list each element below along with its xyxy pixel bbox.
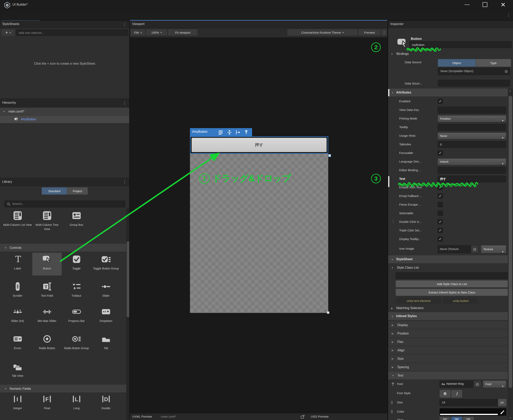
inlined-position-foldout[interactable]: ▶Position [388,330,508,338]
data-source-type-toggle[interactable]: Type [476,59,511,67]
open-external-icon[interactable] [301,415,305,419]
align-right-button[interactable] [463,417,474,420]
preview-toggle-button[interactable]: Preview [358,29,381,36]
library-tab-standard[interactable]: Standard [42,187,67,195]
align-left-button[interactable] [439,417,451,420]
close-icon[interactable]: ✕ [501,1,505,8]
library-item-tab-view[interactable]: Tab View [3,361,32,378]
library-item-enum[interactable]: Enum [3,334,32,350]
library-item-double[interactable]: D Double [91,394,121,410]
library-search-field[interactable]: Search... [4,201,125,207]
uxml-preview-label[interactable]: UXML Preview [132,415,152,418]
library-item-toggle-button-group[interactable]: Toggle Button Group [91,254,121,271]
library-item-foldout[interactable]: Foldout [62,281,91,298]
object-picker-icon[interactable]: ⊙ [503,68,510,75]
library-item-tab[interactable]: Tab [91,334,121,350]
inlined-align-foldout[interactable]: ▶Align [388,346,508,354]
inlined-flex-foldout[interactable]: ▶Flex [388,338,508,346]
attr-field-editor-binding[interactable] [438,167,506,174]
library-item-float[interactable]: F Float [32,394,62,410]
library-item-integer[interactable]: I Integer [3,394,32,410]
minimize-icon[interactable] [465,4,470,5]
inlined-size-foldout[interactable]: ▶Size [388,355,508,363]
data-source-path-field[interactable] [438,80,510,86]
tab-strip-menu-icon[interactable]: ⋮ [507,13,511,18]
object-picker-icon[interactable]: ⊙ [474,381,481,388]
inspector-scrollbar-thumb[interactable] [509,96,512,388]
style-class-input[interactable] [396,272,508,279]
attr-checkbox-parse-escape[interactable] [438,202,443,207]
attr-checkbox-display-tooltip[interactable]: ✓ [438,236,443,242]
attr-field-text[interactable]: 押す [438,176,506,182]
italic-button[interactable]: I [451,390,462,398]
bold-button[interactable]: B [439,390,451,398]
stylesheet-section-header[interactable]: ▼ StyleSheet [388,255,508,263]
hierarchy-item-mybutton[interactable]: #myButton [0,115,130,123]
color-field[interactable] [439,408,506,416]
library-item-multi-column-list-view[interactable]: Multi-Column List View [3,210,32,227]
library-scrollbar-thumb[interactable] [127,241,129,317]
library-item-long[interactable]: L Long [62,394,91,410]
library-item-text-field[interactable]: Text Field [32,281,62,298]
add-selector-input[interactable] [16,30,128,36]
inlined-spacing-foldout[interactable]: ▶Spacing [388,363,508,371]
fit-viewport-button[interactable]: Fit viewport [168,29,198,36]
attr-checkbox-focusable[interactable]: ✓ [438,150,443,156]
justify-icon[interactable] [218,130,223,135]
object-picker-icon[interactable]: ⊙ [471,245,478,253]
library-item-slider-int[interactable]: Slider (Int) [3,307,32,323]
library-item-min-max-slider[interactable]: Min-Max Slider [32,307,62,323]
attr-dropdown-language-direction[interactable]: Inherit▼ [438,158,506,165]
vertical-distribute-icon[interactable] [244,130,249,135]
size-field[interactable]: 14 px [439,399,506,406]
inlined-styles-section-header[interactable]: ▼ Inlined Styles [388,312,508,320]
library-tab-project[interactable]: Project [67,187,88,195]
inlined-display-foldout[interactable]: ▶Display [388,321,508,329]
attr-dropdown-picking-mode[interactable]: Position▼ [438,115,506,122]
expander-icon[interactable]: ▼ [3,110,5,113]
attr-checkbox-double-click[interactable]: ✓ [438,219,443,225]
attr-checkbox-selectable[interactable] [438,210,443,216]
resize-handle[interactable] [328,154,331,157]
add-stylesheet-button[interactable]: + ▾ [2,30,15,36]
horizontal-distribute-icon[interactable] [235,130,241,135]
library-item-slider[interactable]: Slider [91,281,121,298]
attr-checkbox-triple-click[interactable]: ✓ [438,228,443,233]
library-item-group-box[interactable]: Group Box [62,210,91,227]
library-section-numeric-fields[interactable]: ▼ Numeric Fields [0,385,126,393]
px-unit-badge[interactable]: px [498,399,506,406]
hierarchy-item-main-uxml[interactable]: ▼ main.uxml* [0,108,130,115]
attr-field-view-data-key[interactable] [438,107,506,113]
scroll-down-icon[interactable]: ▼ [509,417,511,419]
library-item-progress-bar[interactable]: Progress Bar [62,307,91,323]
library-item-radio-button[interactable]: Radio Button [32,334,62,350]
library-item-dropdown[interactable]: Dropdown [91,307,121,323]
scroll-up-icon[interactable]: ▲ [509,90,511,92]
library-menu-icon[interactable]: ⋮ [123,180,127,185]
font-dropdown[interactable]: Font▼ [483,381,506,388]
library-item-multi-column-tree-view[interactable]: Multi-Column Tree View [32,210,62,231]
uss-preview-label[interactable]: USS Preview [311,415,328,418]
library-item-label[interactable]: T Label [3,254,32,271]
align-center-button[interactable] [451,417,462,420]
matching-selectors-foldout[interactable]: ▶ Matching Selectors [391,306,424,310]
attributes-section-header[interactable]: ▼ Attributes [388,89,508,97]
attr-field-tabindex[interactable]: 0 [438,141,506,148]
maximize-icon[interactable] [482,2,487,7]
eyedropper-icon[interactable] [500,410,505,415]
library-item-radio-button-group[interactable]: Radio Button Group [62,334,91,350]
hierarchy-menu-icon[interactable]: ⋮ [123,101,127,105]
inspector-scrollbar[interactable]: ▲ ▼ [508,89,513,420]
style-class-list-foldout[interactable]: ▼ Style Class List [391,266,419,270]
library-item-toggle[interactable]: Toggle [62,254,91,271]
library-item-button[interactable]: Button [32,254,62,271]
file-menu-button[interactable]: File▾ [131,29,145,36]
attr-object-icon-image[interactable]: None (Texture ⊙ [438,245,479,253]
extract-inlined-styles-button[interactable]: Extract Inlined Styles to New Class [396,289,508,296]
font-object-field[interactable]: Aa NotInter-Reg ⊙ [439,381,481,388]
library-section-controls[interactable]: ▼ Controls [0,244,126,252]
zoom-level-button[interactable]: 100%▾ [146,29,167,36]
canvas-header-tab[interactable]: #myButton [190,128,252,136]
attr-checkbox-enable-rich-text[interactable]: ✓ [438,185,443,190]
add-style-class-button[interactable]: Add Style Class to List [396,280,508,287]
